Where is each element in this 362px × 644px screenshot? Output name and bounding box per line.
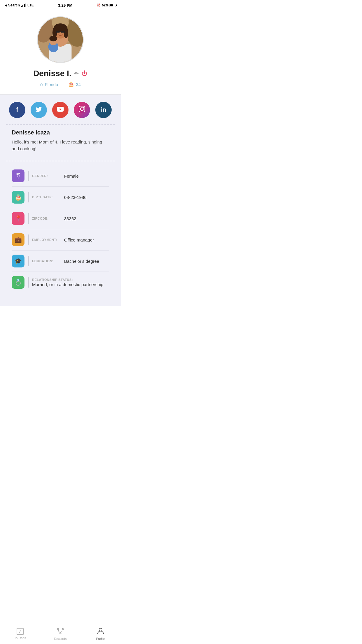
battery-icon	[110, 4, 116, 7]
education-label: EDUCATION:	[32, 259, 64, 263]
zipcode-icon-wrap: 📍	[12, 212, 24, 225]
bio-section: Denisse Icaza Hello, it's me! Mom of 4. …	[6, 129, 115, 157]
profile-fields: ⚧ GENDER: Female 🎂 BIRTHDATE: 08-23-1986…	[6, 165, 115, 299]
relationship-field: 💍 RELATIONSHIP STATUS: Married, or in a …	[12, 272, 109, 293]
instagram-button[interactable]	[74, 102, 90, 118]
field-bar	[28, 256, 29, 266]
social-divider	[6, 124, 115, 125]
gender-icon: ⚧	[16, 172, 21, 179]
profile-age: 🎂 34	[68, 81, 81, 88]
profile-location: ⌂ Florida	[40, 81, 58, 88]
facebook-icon: f	[16, 106, 18, 114]
full-name: Denisse Icaza	[12, 129, 109, 136]
education-icon-wrap: 🎓	[12, 255, 24, 267]
education-field: 🎓 EDUCATION: Bachelor's degree	[12, 251, 109, 272]
signal-bars	[21, 4, 26, 7]
bio-text: Hello, it's me! Mom of 4. I love reading…	[12, 139, 109, 152]
field-bar	[28, 171, 29, 181]
age-label: 34	[76, 82, 81, 87]
twitter-icon	[36, 107, 42, 113]
gender-label: GENDER:	[32, 174, 64, 178]
profile-meta: ⌂ Florida 🎂 34	[40, 81, 81, 88]
education-value: Bachelor's degree	[64, 259, 109, 264]
gender-value: Female	[64, 174, 109, 178]
facebook-button[interactable]: f	[9, 102, 25, 118]
zipcode-field: 📍 ZIPCODE: 33362	[12, 208, 109, 229]
status-bar: ◀ Search LTE 3:29 PM ⏰ 52%	[0, 0, 121, 10]
meta-divider	[63, 82, 63, 87]
twitter-button[interactable]	[31, 102, 47, 118]
profile-display-name: Denisse I.	[33, 69, 71, 78]
avatar	[37, 16, 84, 63]
social-section: f	[0, 95, 121, 306]
bio-divider	[6, 161, 115, 161]
instagram-icon	[79, 106, 85, 114]
svg-rect-16	[79, 106, 85, 112]
svg-point-15	[49, 36, 57, 41]
gender-icon-wrap: ⚧	[12, 169, 24, 182]
location-label: Florida	[45, 82, 58, 87]
birthdate-label: BIRTHDATE:	[32, 195, 64, 199]
alarm-icon: ⏰	[97, 4, 101, 7]
network-type: LTE	[27, 3, 34, 7]
social-icons-row: f	[6, 102, 115, 118]
briefcase-icon: 💼	[15, 236, 22, 243]
youtube-icon	[57, 106, 64, 114]
svg-rect-11	[61, 31, 65, 33]
home-icon: ⌂	[40, 81, 43, 88]
relationship-value: Married, or in a domestic partnership	[32, 282, 109, 287]
graduation-icon: 🎓	[15, 258, 22, 265]
field-bar	[28, 192, 29, 202]
field-bar	[28, 213, 29, 224]
employment-field: 💼 EMPLOYMENT: Office manager	[12, 229, 109, 251]
birthdate-icon-wrap: 🎂	[12, 191, 24, 204]
svg-rect-10	[56, 31, 60, 33]
employment-label: EMPLOYMENT:	[32, 238, 64, 242]
relationship-label: RELATIONSHIP STATUS:	[32, 278, 109, 281]
relationship-icon-wrap: 💍	[12, 276, 24, 289]
employment-icon-wrap: 💼	[12, 233, 24, 246]
rings-icon: 💍	[15, 279, 22, 286]
birthday-icon: 🎂	[68, 81, 74, 88]
profile-name-row: Denisse I. ✏ ⏻	[33, 69, 87, 78]
birthdate-icon: 🎂	[15, 194, 22, 201]
profile-header: Denisse I. ✏ ⏻ ⌂ Florida 🎂 34	[0, 10, 121, 94]
status-left: ◀ Search LTE	[5, 3, 34, 7]
carrier-label: Search	[8, 3, 20, 7]
status-right: ⏰ 52%	[97, 4, 116, 7]
birthdate-value: 08-23-1986	[64, 195, 109, 200]
employment-value: Office manager	[64, 237, 109, 242]
linkedin-button[interactable]: in	[95, 102, 112, 118]
edit-profile-icon[interactable]: ✏	[74, 70, 79, 77]
birthdate-field: 🎂 BIRTHDATE: 08-23-1986	[12, 187, 109, 208]
status-time: 3:29 PM	[58, 3, 72, 8]
youtube-button[interactable]	[52, 102, 68, 118]
location-pin-icon: 📍	[15, 215, 22, 222]
svg-point-18	[83, 107, 84, 108]
gender-field: ⚧ GENDER: Female	[12, 165, 109, 187]
zipcode-value: 33362	[64, 216, 109, 221]
field-bar	[28, 235, 29, 245]
linkedin-icon: in	[101, 106, 106, 114]
logout-icon[interactable]: ⏻	[82, 70, 87, 77]
battery-percent: 52%	[102, 4, 108, 7]
field-bar	[28, 277, 29, 288]
svg-point-17	[80, 108, 83, 111]
zipcode-label: ZIPCODE:	[32, 217, 64, 220]
